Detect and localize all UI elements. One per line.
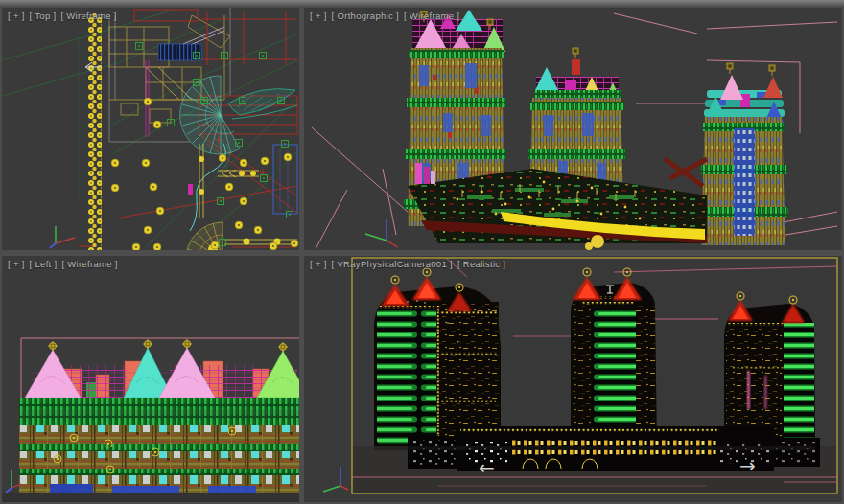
viewport-label-camera: [ + ] [ VRayPhysicalCamera001 ] [ Realis… <box>310 259 505 269</box>
tower-model-right[interactable] <box>700 63 788 245</box>
light-string <box>460 428 719 432</box>
viewport-top[interactable]: [ + ] [ Top ] [ Wireframe ] <box>2 8 299 250</box>
viewport-shading-button[interactable]: [ Wireframe ] <box>60 11 116 21</box>
viewport-shading-button[interactable]: [ Wireframe ] <box>61 259 117 269</box>
viewport-menu-button[interactable]: [ + ] <box>8 11 25 21</box>
viewport-shading-button[interactable]: [ Wireframe ] <box>404 11 459 21</box>
camera-viewport-canvas[interactable]: ← → <box>304 256 842 502</box>
viewport-label-left: [ + ] [ Left ] [ Wireframe ] <box>8 259 118 269</box>
viewport-pov-button[interactable]: [ Orthographic ] <box>332 11 399 21</box>
light-string-strip[interactable] <box>88 13 102 250</box>
viewport-orthographic[interactable]: [ + ] [ Orthographic ] [ Wireframe ] <box>304 8 842 250</box>
viewport-shading-button[interactable]: [ Realistic ] <box>457 259 505 269</box>
viewport-camera[interactable]: ← → [ + ] [ VRayPhysicalCamera001 ] [ Re… <box>304 256 842 502</box>
pan-arrow-left-icon: ← <box>479 456 495 479</box>
viewport-pov-button[interactable]: [ Top ] <box>30 11 57 21</box>
viewport-label-orthographic: [ + ] [ Orthographic ] [ Wireframe ] <box>310 11 459 21</box>
viewport-menu-button[interactable]: [ + ] <box>310 259 327 269</box>
viewport-background <box>2 8 299 250</box>
window-top-edge <box>0 0 844 7</box>
viewport-pov-button[interactable]: [ Left ] <box>30 259 58 269</box>
viewport-pov-button[interactable]: [ VRayPhysicalCamera001 ] <box>332 259 453 269</box>
pan-arrow-right-icon: → <box>739 454 756 477</box>
ground-strip <box>2 493 299 502</box>
facade-elevation[interactable] <box>19 398 299 495</box>
viewport-left[interactable]: [ + ] [ Left ] [ Wireframe ] <box>2 256 299 502</box>
left-viewport-canvas[interactable] <box>2 256 299 502</box>
viewport-label-top: [ + ] [ Top ] [ Wireframe ] <box>8 11 117 21</box>
orthographic-viewport-canvas[interactable] <box>304 8 842 250</box>
top-viewport-canvas[interactable] <box>2 8 299 250</box>
viewport-menu-button[interactable]: [ + ] <box>8 259 25 269</box>
render-tower-middle[interactable] <box>571 268 657 450</box>
render-tower-left[interactable] <box>374 268 501 446</box>
viewport-menu-button[interactable]: [ + ] <box>310 11 327 21</box>
viewport-layout: [ + ] [ Top ] [ Wireframe ] <box>0 0 844 504</box>
